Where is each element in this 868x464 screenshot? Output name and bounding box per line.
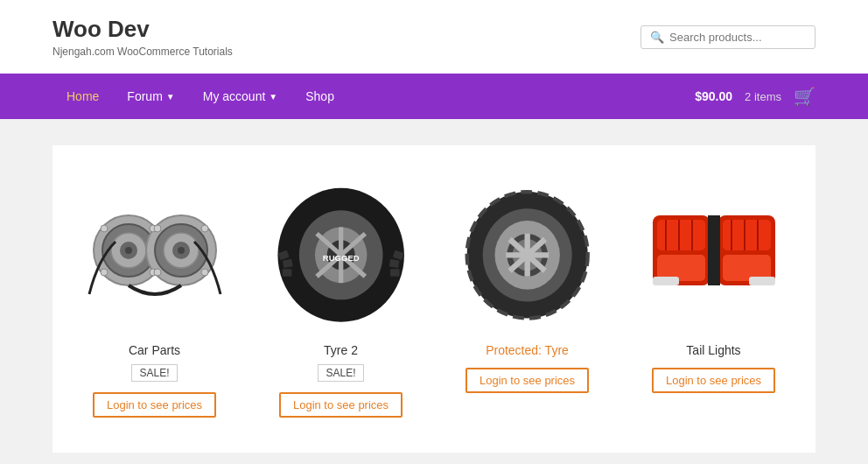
- svg-point-12: [101, 269, 108, 276]
- chevron-down-icon: ▼: [269, 92, 277, 102]
- svg-rect-44: [657, 220, 705, 250]
- products-grid: Car Parts SALE! Login to see prices: [52, 145, 816, 453]
- nav-item-shop[interactable]: Shop: [291, 74, 348, 119]
- header: Woo Dev Njengah.com WooCommerce Tutorial…: [0, 0, 868, 74]
- search-icon: 🔍: [650, 31, 664, 44]
- main-content: Car Parts SALE! Login to see prices: [0, 119, 868, 464]
- product-name-protected-tyre: Protected: Tyre: [486, 343, 569, 357]
- chevron-down-icon: ▼: [166, 92, 175, 102]
- login-to-see-prices-tyre2[interactable]: Login to see prices: [279, 392, 402, 418]
- product-card-protected-tyre: Protected: Tyre Login to see prices: [443, 172, 612, 418]
- svg-rect-29: [388, 259, 399, 268]
- nav-item-forum[interactable]: Forum ▼: [113, 74, 188, 119]
- site-subtitle: Njengah.com WooCommerce Tutorials: [52, 46, 233, 58]
- logo-area: Woo Dev Njengah.com WooCommerce Tutorial…: [52, 16, 233, 58]
- site-title: Woo Dev: [52, 16, 233, 43]
- svg-point-10: [101, 225, 108, 232]
- product-card-taillights: Tail Lights Login to see prices: [629, 172, 798, 418]
- svg-rect-46: [653, 277, 679, 285]
- sale-badge-tyre2: SALE!: [318, 364, 363, 382]
- login-to-see-prices-protected-tyre[interactable]: Login to see prices: [466, 368, 589, 393]
- cart-items-count: 2 items: [745, 90, 781, 103]
- svg-rect-30: [390, 269, 400, 277]
- product-name-taillights: Tail Lights: [686, 343, 740, 357]
- sale-badge-car-parts: SALE!: [131, 364, 177, 382]
- svg-point-15: [201, 225, 208, 232]
- search-box[interactable]: 🔍: [640, 25, 816, 49]
- svg-rect-27: [283, 269, 292, 277]
- product-card-tyre2: RUGGED Tyre 2 SALE! Login to see prices: [256, 172, 425, 418]
- product-name-tyre2: Tyre 2: [324, 343, 358, 357]
- nav-item-myaccount[interactable]: My account ▼: [189, 74, 292, 119]
- cart-icon[interactable]: 🛒: [794, 86, 816, 107]
- login-to-see-prices-taillights[interactable]: Login to see prices: [652, 368, 775, 393]
- svg-point-17: [201, 269, 208, 276]
- nav-left: Home Forum ▼ My account ▼ Shop: [52, 74, 348, 119]
- svg-point-9: [178, 247, 185, 254]
- svg-rect-26: [283, 259, 293, 268]
- product-image-protected-tyre: [443, 172, 612, 329]
- svg-text:RUGGED: RUGGED: [323, 253, 360, 263]
- product-image-car-parts: [70, 172, 239, 329]
- svg-point-4: [125, 247, 132, 254]
- product-image-taillights: [629, 172, 798, 329]
- nav-item-home[interactable]: Home: [52, 74, 113, 119]
- product-name-car-parts: Car Parts: [129, 343, 180, 357]
- svg-point-16: [154, 269, 161, 276]
- nav-right: $90.00 2 items 🛒: [695, 86, 816, 107]
- product-card-car-parts: Car Parts SALE! Login to see prices: [70, 172, 239, 418]
- login-to-see-prices-car-parts[interactable]: Login to see prices: [93, 392, 216, 418]
- svg-point-14: [154, 225, 161, 232]
- cart-price: $90.00: [695, 89, 732, 103]
- product-image-tyre2: RUGGED: [256, 172, 425, 329]
- navbar: Home Forum ▼ My account ▼ Shop $90.00 2 …: [0, 74, 868, 119]
- svg-rect-53: [749, 277, 775, 285]
- svg-rect-57: [708, 215, 720, 285]
- search-input[interactable]: [669, 31, 806, 44]
- svg-rect-51: [723, 220, 771, 250]
